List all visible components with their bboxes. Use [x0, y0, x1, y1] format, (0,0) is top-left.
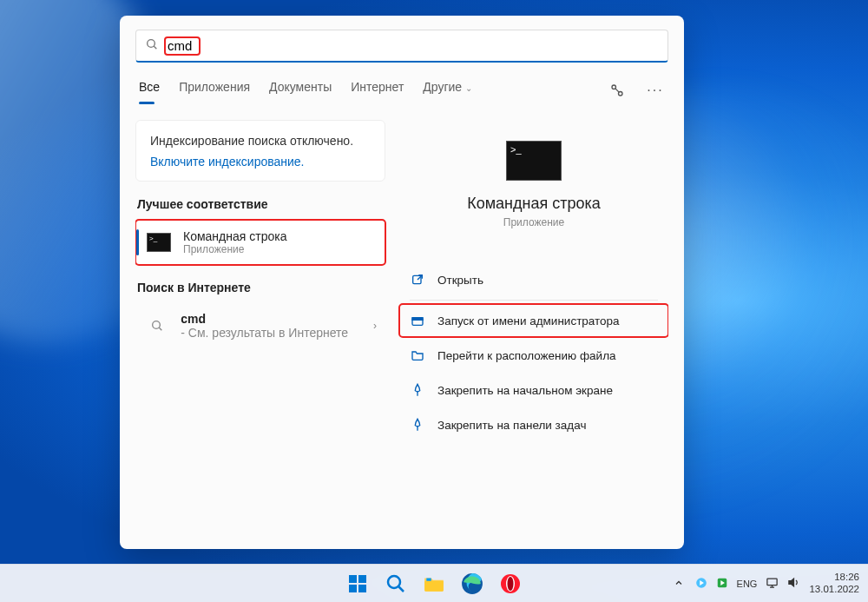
- svg-line-16: [399, 586, 404, 592]
- svg-rect-14: [358, 585, 366, 592]
- svg-point-3: [619, 92, 623, 96]
- svg-rect-8: [412, 318, 423, 321]
- search-tabs: Все Приложения Документы Интернет Другие…: [135, 80, 668, 101]
- open-icon: [410, 272, 425, 288]
- tab-docs[interactable]: Документы: [269, 80, 332, 101]
- connector-icon[interactable]: [608, 81, 627, 100]
- tab-all[interactable]: Все: [139, 80, 160, 101]
- chevron-right-icon: ›: [373, 320, 377, 332]
- pin-icon: [410, 382, 425, 398]
- svg-rect-27: [767, 579, 777, 585]
- action-label: Закрепить на начальном экране: [437, 384, 613, 397]
- taskbar-center: [341, 567, 527, 600]
- best-match-heading: Лучшее соответствие: [137, 197, 385, 211]
- clock-date: 13.01.2022: [809, 584, 859, 596]
- search-icon: [145, 37, 159, 55]
- svg-point-15: [388, 576, 400, 588]
- best-match-result[interactable]: >_ Командная строка Приложение: [135, 220, 385, 265]
- search-query-highlight: [166, 38, 199, 54]
- action-pin-start[interactable]: Закрепить на начальном экране: [399, 374, 668, 407]
- taskbar-explorer-button[interactable]: [418, 567, 450, 600]
- tray-app-icon-2[interactable]: [716, 577, 728, 591]
- network-icon[interactable]: [766, 576, 779, 591]
- results-column: Индексирование поиска отключено. Включит…: [135, 120, 385, 539]
- cmd-app-icon: >_: [145, 230, 173, 255]
- shield-icon: [410, 313, 425, 328]
- clock-time: 18:26: [809, 572, 859, 584]
- action-label: Перейти к расположению файла: [437, 349, 616, 362]
- svg-marker-30: [789, 579, 794, 586]
- action-pin-taskbar[interactable]: Закрепить на панели задач: [399, 408, 668, 441]
- more-options-icon[interactable]: ···: [646, 81, 665, 100]
- folder-icon: [410, 347, 425, 363]
- tab-web[interactable]: Интернет: [351, 80, 404, 101]
- action-run-as-admin[interactable]: Запуск от имени администратора: [399, 304, 668, 337]
- web-result-desc: - См. результаты в Интернете: [181, 326, 348, 340]
- action-open-location[interactable]: Перейти к расположению файла: [399, 339, 668, 372]
- svg-rect-13: [349, 585, 357, 592]
- taskbar-edge-button[interactable]: [456, 567, 489, 600]
- result-subtitle: Приложение: [183, 243, 286, 255]
- svg-rect-11: [349, 575, 357, 583]
- search-input-rest[interactable]: [206, 38, 659, 53]
- divider: [410, 300, 658, 301]
- clock[interactable]: 18:26 13.01.2022: [809, 572, 859, 596]
- search-panel: Все Приложения Документы Интернет Другие…: [120, 16, 684, 549]
- taskbar-opera-button[interactable]: [494, 567, 527, 600]
- web-search-heading: Поиск в Интернете: [137, 281, 385, 294]
- preview-subtitle: Приложение: [503, 216, 564, 228]
- indexing-notice-text: Индексирование поиска отключено.: [150, 133, 371, 149]
- tab-more[interactable]: Другие⌄: [423, 80, 472, 101]
- start-button[interactable]: [341, 567, 374, 600]
- preview-column: >_ Командная строка Приложение Открыть З…: [399, 120, 668, 539]
- search-box[interactable]: [135, 30, 668, 63]
- result-title: Командная строка: [183, 229, 286, 243]
- tray-overflow-icon[interactable]: [671, 578, 687, 590]
- system-tray: ENG 18:26 13.01.2022: [671, 572, 868, 596]
- chevron-down-icon: ⌄: [465, 83, 472, 93]
- volume-icon[interactable]: [787, 576, 800, 591]
- svg-rect-18: [426, 578, 431, 580]
- action-label: Открыть: [437, 274, 483, 287]
- taskbar-search-button[interactable]: [379, 567, 412, 600]
- web-result[interactable]: cmd - См. результаты в Интернете ›: [135, 303, 385, 348]
- preview-title: Командная строка: [467, 195, 601, 213]
- preview-app-icon: >_: [506, 141, 562, 181]
- action-label: Запуск от имени администратора: [437, 314, 620, 327]
- tab-apps[interactable]: Приложения: [179, 80, 250, 101]
- language-indicator[interactable]: ENG: [737, 579, 758, 589]
- pin-icon: [410, 417, 425, 433]
- action-open[interactable]: Открыть: [399, 263, 668, 296]
- svg-point-4: [153, 321, 161, 329]
- svg-point-22: [508, 577, 514, 591]
- web-result-term: cmd: [181, 312, 206, 326]
- svg-rect-12: [358, 575, 366, 583]
- svg-point-2: [612, 85, 616, 89]
- search-input[interactable]: [168, 38, 197, 53]
- tray-app-icon-1[interactable]: [695, 577, 707, 591]
- svg-point-0: [148, 39, 155, 47]
- svg-rect-17: [424, 580, 444, 591]
- svg-line-1: [154, 46, 156, 49]
- enable-indexing-link[interactable]: Включите индексирование.: [150, 155, 371, 169]
- taskbar: ENG 18:26 13.01.2022: [0, 564, 868, 602]
- indexing-notice-card: Индексирование поиска отключено. Включит…: [135, 120, 385, 182]
- svg-line-5: [159, 327, 161, 330]
- action-label: Закрепить на панели задач: [437, 419, 586, 432]
- search-icon: [144, 314, 170, 338]
- action-list: Открыть Запуск от имени администратора П…: [399, 263, 668, 441]
